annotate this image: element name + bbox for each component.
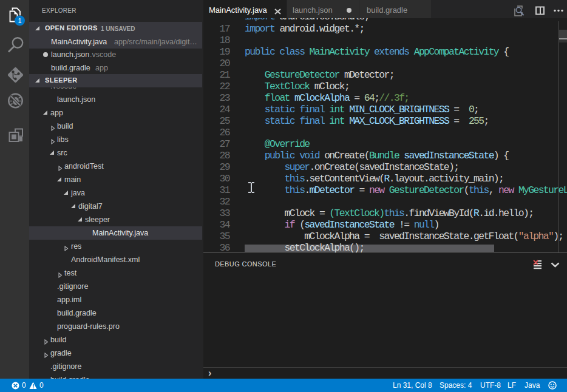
svg-text:1: 1 (18, 17, 21, 24)
